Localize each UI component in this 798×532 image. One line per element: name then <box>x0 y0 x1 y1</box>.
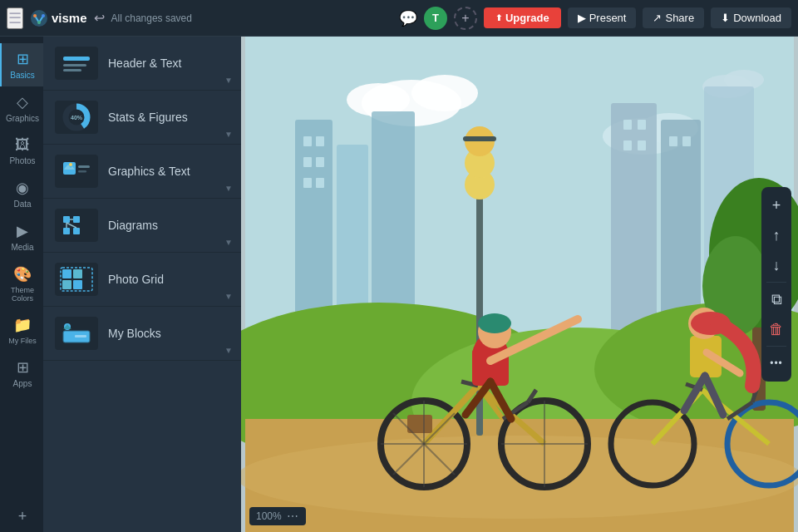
sidebar-item-graphics[interactable]: ◇ Graphics <box>0 86 43 130</box>
panel-section-header-text-toggle[interactable]: Header & Text ▼ <box>43 37 241 90</box>
my-files-icon: 📁 <box>13 316 32 334</box>
svg-point-10 <box>69 163 72 166</box>
photo-grid-label: Photo Grid <box>108 273 164 286</box>
visme-logo-icon <box>30 9 48 27</box>
diagrams-icon-box <box>55 209 98 242</box>
avatar: T <box>424 7 447 30</box>
sidebar-label-theme: Theme Colors <box>5 286 40 303</box>
svg-rect-50 <box>638 120 646 130</box>
undo-button[interactable]: ↩ <box>94 10 105 26</box>
download-button[interactable]: ⬇ Download <box>711 7 791 28</box>
sidebar-add-button[interactable]: + <box>0 501 43 532</box>
my-blocks-label: My Blocks <box>108 327 161 340</box>
svg-rect-52 <box>638 140 646 150</box>
zoom-bar: 100% ⋯ <box>249 507 306 525</box>
float-duplicate-button[interactable]: ⧉ <box>761 284 791 314</box>
svg-rect-11 <box>78 165 90 168</box>
basics-icon: ⊞ <box>17 50 29 68</box>
float-move-down-button[interactable]: ↓ <box>761 250 791 280</box>
panel-section-stats-toggle[interactable]: 40% Stats & Figures ▼ <box>43 91 241 144</box>
upgrade-label: Upgrade <box>505 12 549 24</box>
photos-icon: 🖼 <box>15 136 30 154</box>
header-text-preview <box>60 51 93 76</box>
menu-button[interactable]: ☰ <box>7 7 23 29</box>
stats-icon-box: 40% <box>55 101 98 134</box>
svg-rect-21 <box>73 269 82 278</box>
sidebar-item-data[interactable]: ◉ Data <box>0 172 43 215</box>
chevron-down-icon: ▼ <box>224 346 233 355</box>
svg-rect-5 <box>63 64 86 66</box>
float-add-button[interactable]: + <box>761 190 791 220</box>
sidebar-item-theme-colors[interactable]: 🎨 Theme Colors <box>0 259 43 309</box>
present-button[interactable]: ▶ Present <box>568 7 637 28</box>
svg-rect-28 <box>75 335 86 337</box>
svg-rect-44 <box>303 178 312 188</box>
zoom-level: 100% <box>256 510 282 522</box>
svg-point-2 <box>37 21 41 24</box>
float-delete-button[interactable]: 🗑 <box>761 314 791 344</box>
panel-section-my-blocks-toggle[interactable]: My Blocks ▼ <box>43 307 241 360</box>
present-icon: ▶ <box>578 12 586 24</box>
sidebar-item-apps[interactable]: ⊞ Apps <box>0 352 43 395</box>
diagrams-label: Diagrams <box>108 219 158 232</box>
stats-label: Stats & Figures <box>108 111 188 124</box>
sidebar-item-basics[interactable]: ⊞ Basics <box>0 43 43 86</box>
canvas-area[interactable]: + ↑ ↓ ⧉ 🗑 ••• 100% ⋯ <box>241 37 798 532</box>
my-blocks-preview <box>60 321 93 346</box>
svg-rect-49 <box>623 120 632 130</box>
svg-rect-41 <box>316 136 324 146</box>
chevron-down-icon: ▼ <box>224 238 233 247</box>
share-label: Share <box>665 12 694 24</box>
sidebar-item-my-files[interactable]: 📁 My Files <box>0 309 43 352</box>
zoom-options-icon[interactable]: ⋯ <box>287 510 299 523</box>
share-button[interactable]: ↗ Share <box>643 7 704 28</box>
svg-point-3 <box>42 14 45 17</box>
svg-rect-13 <box>63 216 70 223</box>
float-toolbar-divider <box>766 282 786 283</box>
panel-section-photo-grid: Photo Grid ▼ <box>43 253 241 307</box>
sidebar-item-photos[interactable]: 🖼 Photos <box>0 130 43 172</box>
svg-rect-22 <box>62 280 71 289</box>
diagrams-preview <box>60 213 93 238</box>
saved-status: All changes saved <box>111 12 192 24</box>
sidebar-item-media[interactable]: ▶ Media <box>0 215 43 259</box>
svg-rect-14 <box>73 216 80 223</box>
float-move-up-button[interactable]: ↑ <box>761 220 791 250</box>
panel-section-graphics-text-toggle[interactable]: Graphics & Text ▼ <box>43 145 241 198</box>
float-toolbar: + ↑ ↓ ⧉ 🗑 ••• <box>761 187 791 382</box>
sidebar-label-files: My Files <box>8 337 37 345</box>
graphics-text-icon-box <box>55 155 98 188</box>
svg-rect-16 <box>73 228 80 234</box>
sidebar-label-photos: Photos <box>9 156 35 165</box>
panel-section-photo-grid-toggle[interactable]: Photo Grid ▼ <box>43 253 241 306</box>
panel-section-diagrams-toggle[interactable]: Diagrams ▼ <box>43 199 241 252</box>
svg-rect-64 <box>463 136 496 141</box>
svg-line-19 <box>66 223 76 228</box>
sidebar-label-apps: Apps <box>13 379 32 388</box>
apps-icon: ⊞ <box>17 358 29 377</box>
upgrade-button[interactable]: ⬆ Upgrade <box>484 7 561 28</box>
svg-point-1 <box>33 14 37 17</box>
float-toolbar-divider-2 <box>766 346 786 347</box>
panel-section-diagrams: Diagrams ▼ <box>43 199 241 253</box>
svg-rect-20 <box>62 269 71 278</box>
upgrade-icon: ⬆ <box>495 13 502 22</box>
add-collaborator-button[interactable]: + <box>454 7 477 30</box>
svg-rect-43 <box>316 157 324 167</box>
svg-rect-6 <box>63 69 81 71</box>
svg-rect-4 <box>63 57 90 61</box>
graphics-icon: ◇ <box>17 93 28 111</box>
comment-button[interactable]: 💬 <box>399 9 417 27</box>
svg-rect-51 <box>623 140 632 150</box>
svg-rect-15 <box>63 228 70 234</box>
svg-rect-53 <box>669 136 677 146</box>
panel-section-graphics-text: Graphics & Text ▼ <box>43 145 241 199</box>
download-icon: ⬇ <box>721 12 730 24</box>
media-icon: ▶ <box>17 222 28 240</box>
chevron-down-icon: ▼ <box>224 76 233 85</box>
float-more-button[interactable]: ••• <box>761 348 791 378</box>
present-label: Present <box>589 12 627 24</box>
topbar-right: 💬 T + ⬆ Upgrade ▶ Present ↗ Share ⬇ Down… <box>399 7 791 30</box>
sidebar-label-media: Media <box>11 243 33 252</box>
header-text-icon-box <box>55 47 98 80</box>
